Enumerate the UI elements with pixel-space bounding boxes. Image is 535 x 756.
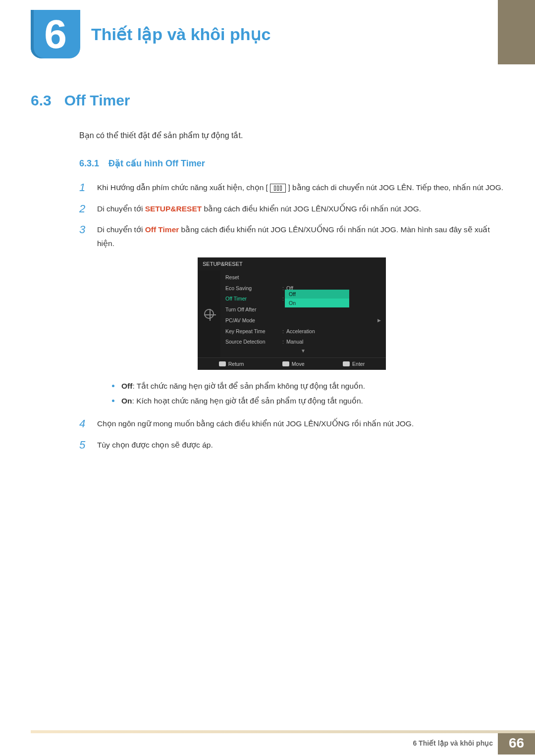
caret-right-icon: ▶ [377, 317, 381, 324]
osd-label: Reset [225, 274, 282, 282]
intro-text: Bạn có thể thiết đặt để sản phẩm tự động… [79, 131, 504, 140]
osd-label: Turn Off After [225, 306, 282, 314]
subsection-number: 6.3.1 [79, 158, 99, 168]
step-5: 5 Tùy chọn được chọn sẽ được áp. [79, 438, 504, 453]
osd-menu-list: Reset Eco Saving : Off Off Timer : Turn … [220, 270, 386, 357]
footer-bar [31, 730, 535, 733]
gear-icon [204, 309, 214, 319]
step-number: 4 [79, 417, 88, 431]
subsection-title: Đặt cấu hình Off Timer [108, 158, 205, 168]
bullet-dot-icon [112, 385, 114, 387]
osd-row-key-repeat: Key Repeat Time : Acceleration [220, 326, 386, 337]
step-text: Di chuyển tới SETUP&RESET bằng cách điều… [97, 202, 421, 216]
osd-label: Off Timer [225, 295, 282, 303]
chapter-header: 6 Thiết lập và khôi phục [31, 10, 270, 58]
step-1: 1 Khi Hướng dẫn phím chức năng xuất hiện… [79, 181, 504, 195]
osd-body: Reset Eco Saving : Off Off Timer : Turn … [198, 270, 386, 357]
step-number: 3 [79, 223, 88, 251]
bullet-dot-icon [112, 400, 114, 402]
osd-footer-enter: Enter [343, 361, 365, 367]
bullet-off: Off: Tắt chức năng hẹn giờ tắt để sản ph… [112, 379, 504, 393]
osd-title: SETUP&RESET [198, 257, 386, 270]
page-footer: 6 Thiết lập và khôi phục 66 [0, 730, 535, 756]
step-2: 2 Di chuyển tới SETUP&RESET bằng cách đi… [79, 202, 504, 216]
osd-label: Eco Saving [225, 285, 282, 293]
bullet-text: Off: Tắt chức năng hẹn giờ tắt để sản ph… [121, 379, 365, 393]
step-4: 4 Chọn ngôn ngữ mong muốn bằng cách điều… [79, 417, 504, 431]
enter-icon [343, 361, 350, 366]
keyword-setup-reset: SETUP&RESET [145, 204, 202, 213]
osd-value: Acceleration [286, 328, 381, 336]
osd-value: Manual [286, 338, 381, 346]
steps-list: 1 Khi Hướng dẫn phím chức năng xuất hiện… [79, 181, 504, 251]
chapter-title: Thiết lập và khôi phục [91, 24, 270, 44]
osd-panel: SETUP&RESET Reset Eco Saving : Off Off T [198, 257, 386, 370]
osd-sidebar [198, 270, 220, 357]
section-body: 6.3 Off Timer Bạn có thể thiết đặt để sả… [31, 92, 504, 459]
osd-label: Source Detection [225, 338, 282, 346]
step-text: Di chuyển tới Off Timer bằng cách điều k… [97, 223, 504, 251]
osd-footer-label: Enter [352, 361, 365, 367]
bullet-keyword: Off [121, 382, 132, 390]
step-3: 3 Di chuyển tới Off Timer bằng cách điều… [79, 223, 504, 251]
move-icon [282, 361, 289, 366]
menu-icon [270, 184, 286, 193]
step-text: Khi Hướng dẫn phím chức năng xuất hiện, … [97, 181, 503, 195]
osd-footer-move: Move [282, 361, 305, 367]
osd-footer-label: Move [292, 361, 305, 367]
osd-row-pcav: PC/AV Mode ▶ [220, 315, 386, 326]
text-fragment: Di chuyển tới [97, 204, 145, 213]
text-fragment: Di chuyển tới [97, 225, 145, 234]
section-title: Off Timer [64, 92, 130, 109]
steps-list-cont: 4 Chọn ngôn ngữ mong muốn bằng cách điều… [79, 417, 504, 452]
page-number: 66 [498, 732, 535, 755]
chevron-down-icon: ▼ [220, 348, 386, 355]
osd-footer: Return Move Enter [198, 357, 386, 370]
step-text: Tùy chọn được chọn sẽ được áp. [97, 438, 213, 453]
step-number: 5 [79, 438, 88, 453]
keyword-off-timer: Off Timer [145, 225, 179, 234]
osd-dropdown: Off On [285, 290, 349, 307]
section-heading: 6.3 Off Timer [31, 92, 504, 109]
text-fragment: : Kích hoạt chức năng hẹn giờ tắt để sản… [132, 397, 363, 405]
osd-option-on: On [285, 299, 349, 307]
text-fragment: : Tắt chức năng hẹn giờ tắt để sản phẩm … [132, 382, 365, 390]
bullet-list: Off: Tắt chức năng hẹn giờ tắt để sản ph… [112, 379, 504, 408]
osd-label: PC/AV Mode [225, 317, 282, 325]
osd-screenshot: SETUP&RESET Reset Eco Saving : Off Off T [79, 257, 504, 370]
osd-row-source-detection: Source Detection : Manual [220, 337, 386, 348]
osd-row-reset: Reset [220, 272, 386, 283]
step-number: 2 [79, 202, 88, 216]
bullet-on: On: Kích hoạt chức năng hẹn giờ tắt để s… [112, 394, 504, 408]
text-fragment: Khi Hướng dẫn phím chức năng xuất hiện, … [97, 183, 268, 192]
footer-chapter-label: 6 Thiết lập và khôi phục [413, 739, 498, 747]
step-text: Chọn ngôn ngữ mong muốn bằng cách điều k… [97, 417, 414, 431]
return-icon [219, 361, 226, 366]
bullet-keyword: On [121, 397, 132, 405]
subsection-heading: 6.3.1 Đặt cấu hình Off Timer [79, 158, 504, 169]
osd-footer-return: Return [219, 361, 244, 367]
header-right-band [498, 0, 535, 64]
bullet-text: On: Kích hoạt chức năng hẹn giờ tắt để s… [121, 394, 363, 408]
text-fragment: bằng cách điều khiển nút JOG LÊN/XUỐNG r… [204, 204, 422, 213]
colon: : [282, 338, 286, 346]
text-fragment: ] bằng cách di chuyển nút JOG LÊN. Tiếp … [288, 183, 504, 192]
step-number: 1 [79, 181, 88, 195]
section-number: 6.3 [31, 92, 52, 109]
colon: : [282, 328, 286, 336]
osd-label: Key Repeat Time [225, 328, 282, 336]
chapter-number-badge: 6 [31, 10, 80, 58]
osd-footer-label: Return [228, 361, 244, 367]
osd-option-off: Off [285, 290, 349, 299]
